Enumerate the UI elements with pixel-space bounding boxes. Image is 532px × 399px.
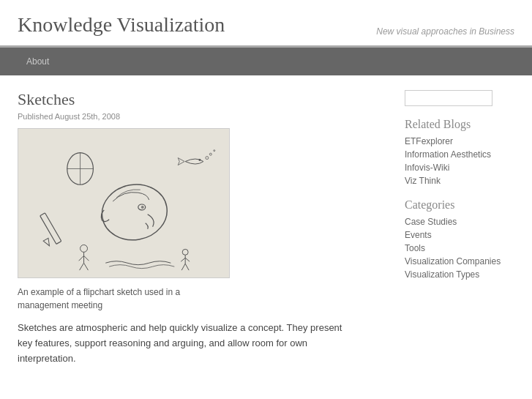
related-blogs-heading: Related Blogs — [405, 118, 514, 131]
svg-rect-1 — [18, 129, 228, 277]
svg-point-4 — [141, 206, 144, 209]
related-blogs-list: ETFexplorer Information Aesthetics Infov… — [405, 135, 514, 187]
svg-point-8 — [198, 159, 201, 161]
post-date: Published August 25th, 2008 — [18, 112, 383, 121]
list-item: Events — [405, 229, 514, 241]
list-item: ETFexplorer — [405, 135, 514, 147]
content-area: Sketches Published August 25th, 2008 — [0, 75, 532, 381]
sketch-image — [18, 128, 230, 278]
category-viz-companies[interactable]: Visualization Companies — [405, 256, 501, 266]
post-caption: An example of a flipchart sketch used in… — [18, 286, 230, 312]
blog-link-etfexplorer[interactable]: ETFexplorer — [405, 136, 453, 146]
category-tools[interactable]: Tools — [405, 243, 425, 253]
blog-link-info-aesthetics[interactable]: Information Aesthetics — [405, 149, 491, 160]
categories-list: Case Studies Events Tools Visualization … — [405, 216, 514, 280]
list-item: Viz Think — [405, 175, 514, 187]
page-header: Knowledge Visualization New visual appro… — [0, 0, 532, 48]
main-content: Sketches Published August 25th, 2008 — [18, 90, 383, 366]
blog-link-infovis-wiki[interactable]: Infovis-Wiki — [405, 163, 449, 173]
categories-heading: Categories — [405, 198, 514, 212]
site-tagline: New visual approaches in Business — [376, 26, 514, 37]
post-body: Sketches are atmospheric and help quickl… — [18, 321, 354, 366]
list-item: Information Aesthetics — [405, 149, 514, 160]
category-viz-types[interactable]: Visualization Types — [405, 269, 479, 280]
category-events[interactable]: Events — [405, 230, 432, 240]
nav-item-about[interactable]: About — [18, 48, 58, 75]
search-input[interactable] — [405, 90, 492, 106]
post-title: Sketches — [18, 90, 383, 109]
blog-link-viz-think[interactable]: Viz Think — [405, 176, 441, 186]
list-item: Tools — [405, 242, 514, 254]
navigation: About — [0, 48, 532, 75]
list-item: Visualization Types — [405, 269, 514, 280]
list-item: Infovis-Wiki — [405, 162, 514, 174]
sidebar: Related Blogs ETFexplorer Information Ae… — [405, 90, 514, 366]
list-item: Case Studies — [405, 216, 514, 228]
category-case-studies[interactable]: Case Studies — [405, 217, 457, 227]
list-item: Visualization Companies — [405, 256, 514, 267]
site-title: Knowledge Visualization — [18, 13, 225, 37]
